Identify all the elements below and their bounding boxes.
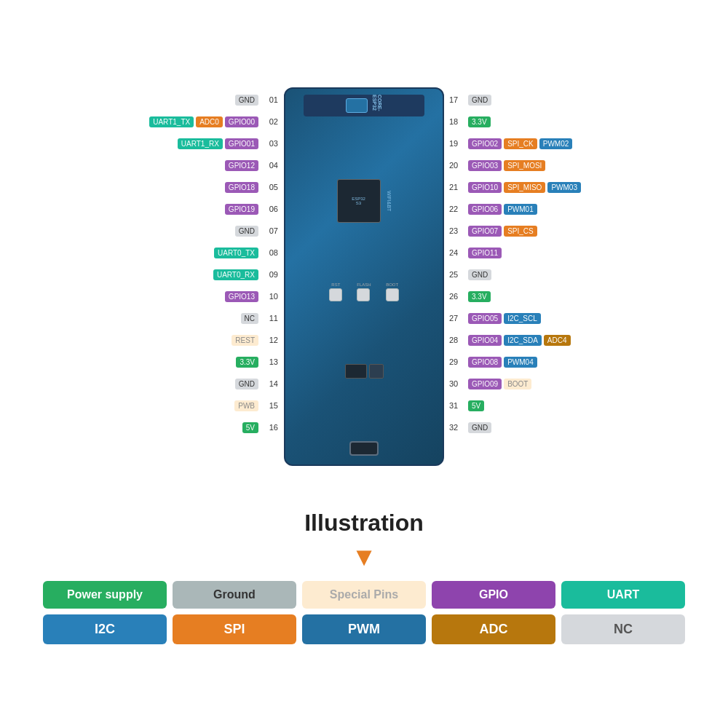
right-label-row-22: GPIO06PWM01	[448, 198, 717, 220]
tag-nc: NC	[241, 313, 258, 324]
right-label-row-25: GND	[448, 264, 717, 285]
board-wifi-label: WIFI&BT	[387, 179, 392, 223]
board: CORE-ESP32 ESP32S3 WIFI&BT RST FLASH BO	[284, 87, 444, 466]
tag-r-extra-pwm03: PWM03	[547, 182, 581, 193]
tag-r-gnd: GND	[468, 95, 491, 106]
right-label-row-24: GPIO11	[448, 242, 717, 264]
pin-num-left-07: 07	[259, 220, 281, 242]
left-label-row-08: UART0_TX	[15, 242, 258, 264]
tag-gpio19: GPIO19	[225, 204, 258, 215]
pin-num-left-13: 13	[259, 351, 281, 373]
legend-row-1: Power supplyGroundSpecial PinsGPIOUART	[29, 581, 699, 609]
left-label-row-11: NC	[15, 307, 258, 329]
left-label-row-01: GND	[15, 89, 258, 111]
tag-r-gnd: GND	[468, 422, 491, 433]
board-components	[342, 361, 387, 381]
tag-r-gpio07: GPIO07	[468, 226, 502, 237]
left-label-row-09: UART0_RX	[15, 264, 258, 285]
right-label-row-27: GPIO05I2C_SCL	[448, 307, 717, 329]
tag-r-3-3v: 3.3V	[468, 291, 491, 302]
pin-num-left-08: 08	[259, 242, 281, 264]
tag-r-gpio04: GPIO04	[468, 335, 502, 346]
legend-uart: UART	[561, 581, 685, 609]
board-buttons: RST FLASH BOOT	[329, 282, 398, 301]
board-chip: ESP32S3	[337, 179, 381, 223]
tag-r-extra-pwm02: PWM02	[539, 138, 573, 149]
tag-r-extra-spi-miso: SPI_MISO	[504, 182, 545, 193]
right-label-row-19: GPIO02SPI_CKPWM02	[448, 132, 717, 154]
rst-btn[interactable]	[329, 288, 342, 301]
right-label-row-17: GND	[448, 89, 717, 111]
rst-btn-area: RST	[329, 282, 342, 301]
legend-gpio: GPIO	[432, 581, 555, 609]
tag-gpio00: GPIO00	[225, 116, 258, 127]
left-label-row-07: GND	[15, 220, 258, 242]
right-label-row-30: GPIO09BOOT	[448, 373, 717, 395]
right-label-row-20: GPIO03SPI_MOSI	[448, 154, 717, 176]
left-label-row-14: GND	[15, 373, 258, 395]
pin-num-left-06: 06	[259, 198, 281, 220]
board-label-main: CORE-ESP32	[372, 95, 382, 116]
tag-r-gpio08: GPIO08	[468, 357, 502, 368]
right-label-row-18: 3.3V	[448, 111, 717, 132]
right-label-row-31: 5V	[448, 395, 717, 416]
left-label-row-03: UART1_RXGPIO01	[15, 132, 258, 154]
left-label-row-12: REST	[15, 329, 258, 351]
tag-gpio01: GPIO01	[225, 138, 258, 149]
board-chip-label: ESP32S3	[352, 197, 365, 205]
tag-r-extra-boot: BOOT	[504, 379, 531, 389]
pin-num-left-01: 01	[259, 89, 281, 111]
tag-r-gnd: GND	[468, 269, 491, 280]
tag-r-extra-spi-cs: SPI_CS	[504, 226, 537, 237]
tag-5v: 5V	[242, 422, 258, 433]
left-pin-numbers: 01020304050607080910111213141516	[259, 89, 281, 438]
tag-uart0-rx: UART0_RX	[213, 269, 258, 280]
tag-gpio18: GPIO18	[225, 182, 258, 193]
flash-btn[interactable]	[357, 288, 370, 301]
left-label-row-04: GPIO12	[15, 154, 258, 176]
tag-uart0-tx: UART0_TX	[214, 248, 258, 258]
pin-num-left-09: 09	[259, 264, 281, 285]
usb-port	[349, 441, 379, 456]
illustration-title: Illustration	[0, 510, 728, 537]
left-label-row-02: UART1_TXADC0GPIO00	[15, 111, 258, 132]
right-labels-container: GND3.3VGPIO02SPI_CKPWM02GPIO03SPI_MOSIGP…	[448, 89, 717, 438]
left-label-row-15: PWB	[15, 395, 258, 416]
tag-r-gpio06: GPIO06	[468, 204, 502, 215]
left-label-row-10: GPIO13	[15, 285, 258, 307]
pin-num-left-02: 02	[259, 111, 281, 132]
right-label-row-32: GND	[448, 416, 717, 438]
tag-r-gpio02: GPIO02	[468, 138, 502, 149]
legend-i2c: I2C	[43, 614, 167, 644]
tag-r-gpio10: GPIO10	[468, 182, 502, 193]
left-label-row-05: GPIO18	[15, 176, 258, 198]
tag-r-extra-i2c-sda: I2C_SDA	[504, 335, 542, 346]
tag-r-extra-pwm04: PWM04	[504, 357, 537, 368]
tag-r-gpio05: GPIO05	[468, 313, 502, 324]
legend-spi: SPI	[173, 614, 296, 644]
tag-r-extra-spi-ck: SPI_CK	[504, 138, 537, 149]
tag-uart1-tx: UART1_TX	[149, 116, 194, 127]
tag-r-extra-adc4: ADC4	[544, 335, 571, 346]
boot-btn[interactable]	[386, 288, 399, 301]
tag-uart1-rx: UART1_RX	[178, 138, 223, 149]
main-container: CORE-ESP32 ESP32S3 WIFI&BT RST FLASH BO	[0, 0, 728, 728]
pin-num-left-16: 16	[259, 416, 281, 438]
tag-r-gpio09: GPIO09	[468, 379, 502, 389]
pin-num-left-12: 12	[259, 329, 281, 351]
tag-r-extra-i2c-scl: I2C_SCL	[504, 313, 541, 324]
tag-gnd: GND	[235, 95, 258, 106]
tag-r-5v: 5V	[468, 400, 484, 411]
pin-num-left-14: 14	[259, 373, 281, 395]
right-label-row-23: GPIO07SPI_CS	[448, 220, 717, 242]
tag-rest: REST	[232, 335, 258, 346]
legend-power-supply: Power supply	[43, 581, 167, 609]
boot-btn-area: BOOT	[386, 282, 399, 301]
pin-diagram: CORE-ESP32 ESP32S3 WIFI&BT RST FLASH BO	[0, 58, 728, 510]
left-label-row-16: 5V	[15, 416, 258, 438]
legend-row-2: I2CSPIPWMADCNC	[29, 614, 699, 644]
pin-num-left-03: 03	[259, 132, 281, 154]
arrow-down: ▼	[0, 544, 728, 570]
left-label-row-13: 3.3V	[15, 351, 258, 373]
legend-ground: Ground	[173, 581, 296, 609]
